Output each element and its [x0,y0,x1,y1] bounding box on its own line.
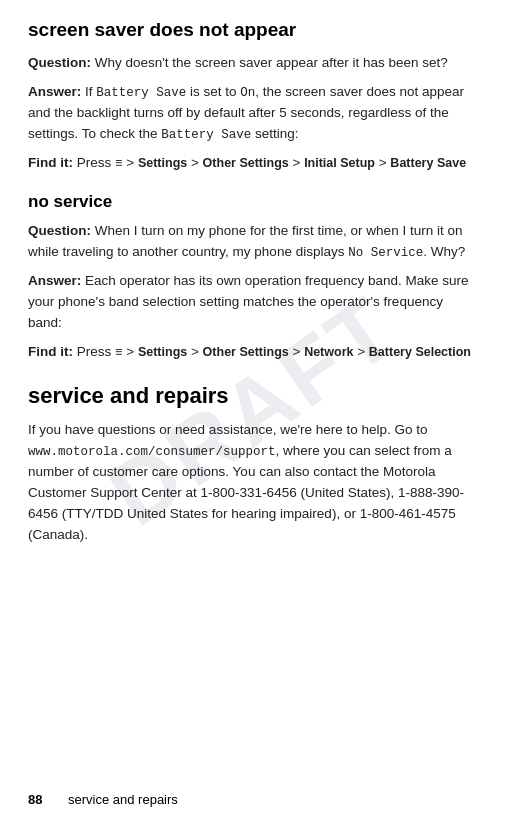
section2-question: Question: When I turn on my phone for th… [28,221,477,263]
find-it2-text: Press [73,344,115,359]
section2-title: no service [28,191,477,213]
section1-title: screen saver does not appear [28,18,477,43]
menu-icon2: ≡ [115,346,123,360]
path-settings: Settings [138,156,187,170]
find-it-label: Find it: [28,155,73,170]
page-footer: 88 service and repairs [0,792,505,807]
service-repairs-body: If you have questions or need assistance… [28,420,477,546]
path2-network: Network [304,345,353,359]
question-label: Question: [28,55,91,70]
answer-text4: setting: [251,126,298,141]
answer2-text: Each operator has its own operation freq… [28,273,469,330]
battery-save-mono: Battery Save [96,86,186,100]
path-other-settings: Other Settings [203,156,289,170]
question2-label: Question: [28,223,91,238]
service-url: www.motorola.com/consumer/support [28,445,276,459]
section1-answer: Answer: If Battery Save is set to On, th… [28,82,477,146]
section1-find-it: Find it: Press ≡ > Settings > Other Sett… [28,153,477,174]
section2-find-it: Find it: Press ≡ > Settings > Other Sett… [28,342,477,363]
section2-answer: Answer: Each operator has its own operat… [28,271,477,334]
question2-text2: . Why? [423,244,465,259]
path2-other-settings: Other Settings [203,345,289,359]
service-repairs-section: service and repairs If you have question… [28,383,477,545]
service-repairs-title: service and repairs [28,383,477,409]
battery-save-mono2: Battery Save [161,128,251,142]
answer2-label: Answer: [28,273,81,288]
path-initial-setup: Initial Setup [304,156,375,170]
menu-icon: ≡ [115,157,123,171]
answer-text1: If [81,84,96,99]
no-service-mono: No Service [348,246,423,260]
path-battery-save: Battery Save [390,156,466,170]
footer-label: service and repairs [68,792,178,807]
answer-label: Answer: [28,84,81,99]
section1-question: Question: Why doesn't the screen saver a… [28,53,477,74]
find-it-text: Press [73,155,115,170]
answer-text2: is set to [186,84,240,99]
page-number: 88 [28,792,68,807]
path2-battery-selection: Battery Selection [369,345,471,359]
path2-settings: Settings [138,345,187,359]
find-it2-label: Find it: [28,344,73,359]
question-text: Why doesn't the screen saver appear afte… [91,55,448,70]
on-mono: On [240,86,255,100]
service-body1: If you have questions or need assistance… [28,422,428,437]
